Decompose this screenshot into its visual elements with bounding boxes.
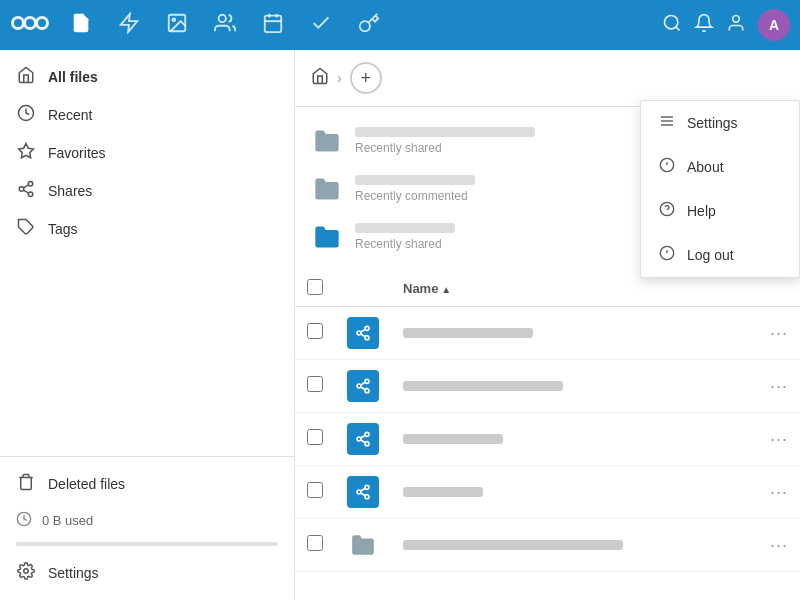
folder-blue-icon [311,221,343,253]
add-new-button[interactable]: + [350,62,382,94]
svg-point-32 [365,379,369,383]
photos-nav-icon[interactable] [162,12,192,39]
svg-point-5 [38,19,46,27]
file-name-placeholder [355,223,455,233]
svg-line-40 [361,440,366,443]
user-profile-icon[interactable] [726,13,746,38]
storage-used-text: 0 B used [42,513,93,528]
folder-icon [311,125,343,157]
dropdown-about-item[interactable]: About [641,145,799,189]
row-checkbox-cell [295,360,335,413]
row-checkbox[interactable] [307,376,323,392]
settings-menu-label: Settings [687,115,738,131]
top-navigation: A [0,0,800,50]
row-checkbox[interactable] [307,535,323,551]
dropdown-settings-item[interactable]: Settings [641,101,799,145]
svg-point-3 [14,19,22,27]
help-menu-label: Help [687,203,716,219]
logout-icon [657,245,677,265]
app-logo[interactable] [10,9,50,41]
activity-nav-icon[interactable] [114,12,144,39]
row-name-cell[interactable] [391,360,758,413]
svg-point-37 [365,432,369,436]
notifications-icon[interactable] [694,13,714,38]
svg-line-36 [361,382,366,385]
sidebar-item-favorites[interactable]: Favorites [0,134,294,172]
row-name-cell[interactable] [391,466,758,519]
about-menu-label: About [687,159,724,175]
dropdown-help-item[interactable]: Help [641,189,799,233]
help-icon [657,201,677,221]
topnav-right-area: A [662,9,790,41]
contacts-nav-icon[interactable] [210,12,240,39]
row-checkbox[interactable] [307,482,323,498]
file-name-placeholder [355,175,475,185]
file-name-placeholder [403,381,563,391]
row-icon-cell [335,307,391,360]
table-row: ··· [295,466,800,519]
sidebar-item-tags[interactable]: Tags [0,210,294,248]
file-list: ··· ··· [295,307,800,572]
tasks-nav-icon[interactable] [306,12,336,39]
app-layout: All files Recent Favorites Shares [0,50,800,600]
sidebar-bottom: Deleted files 0 B used Settings [0,456,294,600]
row-checkbox-cell [295,519,335,572]
row-actions-cell: ··· [758,413,800,466]
user-avatar[interactable]: A [758,9,790,41]
more-actions-icon[interactable]: ··· [770,535,788,555]
svg-point-38 [357,437,361,441]
info-icon [657,157,677,177]
row-checkbox[interactable] [307,429,323,445]
sidebar-item-label: Shares [48,183,92,199]
select-all-header [295,271,335,307]
tags-icon [16,218,36,240]
files-nav-icon[interactable] [66,12,96,39]
row-checkbox-cell [295,466,335,519]
svg-point-9 [219,14,226,21]
key-nav-icon[interactable] [354,12,384,39]
select-all-checkbox[interactable] [307,279,323,295]
home-icon[interactable] [311,67,329,90]
svg-point-42 [365,485,369,489]
row-name-cell[interactable] [391,519,758,572]
file-name-placeholder [355,127,535,137]
svg-line-41 [361,435,366,438]
svg-point-20 [19,187,24,192]
settings-label: Settings [48,565,99,581]
sidebar-item-all-files[interactable]: All files [0,58,294,96]
icon-header [335,271,391,307]
row-name-cell[interactable] [391,307,758,360]
sidebar-item-deleted[interactable]: Deleted files [16,465,278,503]
main-header: › + [295,50,800,107]
calendar-nav-icon[interactable] [258,12,288,39]
more-actions-icon[interactable]: ··· [770,323,788,343]
svg-point-14 [665,15,678,28]
sidebar-item-label: Tags [48,221,78,237]
sidebar-item-recent[interactable]: Recent [0,96,294,134]
svg-point-21 [28,192,33,197]
more-actions-icon[interactable]: ··· [770,376,788,396]
row-name-cell[interactable] [391,413,758,466]
sidebar-item-settings[interactable]: Settings [16,554,278,592]
svg-marker-6 [121,13,138,31]
table-row: ··· [295,360,800,413]
shares-icon [16,180,36,202]
folder-icon [311,173,343,205]
sidebar-item-shares[interactable]: Shares [0,172,294,210]
main-content: › + Recently shared Recently [295,50,800,600]
sidebar-item-label: Favorites [48,145,106,161]
row-icon-cell [335,413,391,466]
storage-used: 0 B used [16,503,278,538]
more-actions-icon[interactable]: ··· [770,429,788,449]
search-icon[interactable] [662,13,682,38]
settings-menu-icon [657,113,677,133]
dropdown-logout-item[interactable]: Log out [641,233,799,277]
sidebar-item-label: All files [48,69,98,85]
table-row: ··· [295,307,800,360]
storage-icon [16,511,32,530]
svg-line-30 [361,334,366,337]
row-actions-cell: ··· [758,360,800,413]
more-actions-icon[interactable]: ··· [770,482,788,502]
row-checkbox[interactable] [307,323,323,339]
row-actions-cell: ··· [758,466,800,519]
